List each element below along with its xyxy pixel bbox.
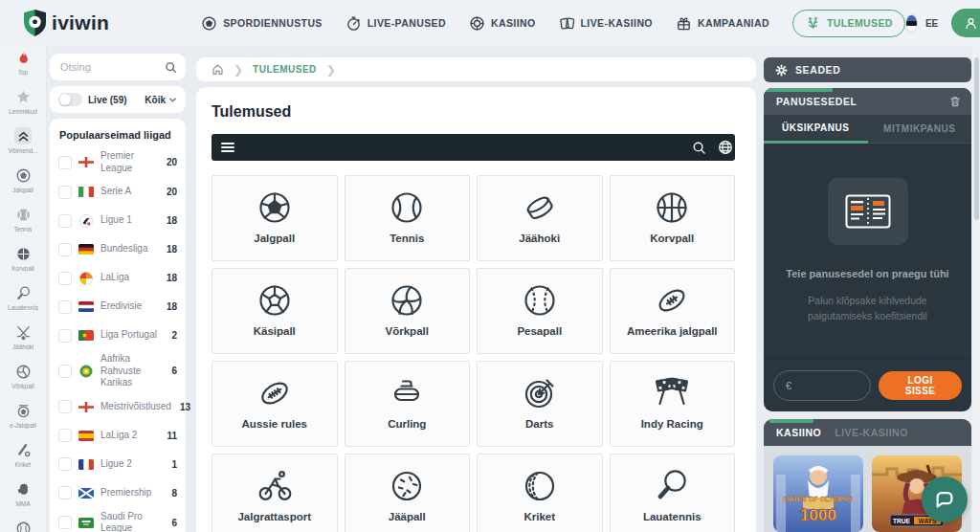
league-row[interactable]: Aafrika Rahvuste Karikas6: [58, 353, 177, 389]
svg-text:TRUE: TRUE: [893, 518, 911, 524]
sport-tile-vorkpall[interactable]: Võrkpall: [345, 268, 471, 354]
widget-menu-icon[interactable]: [221, 143, 234, 152]
sport-tile-darts[interactable]: Darts: [477, 361, 603, 447]
nav-item-kampaaniad[interactable]: KAMPAANIAD: [676, 15, 769, 32]
sport-tile-ratta[interactable]: Jalgrattasport: [212, 454, 338, 532]
league-checkbox[interactable]: [58, 457, 72, 471]
sport-tile-jaapall[interactable]: Jääpall: [345, 454, 471, 532]
search-input[interactable]: [58, 60, 165, 74]
breadcrumb-current[interactable]: TULEMUSED: [253, 64, 317, 75]
scrollbar-thumb[interactable]: [974, 57, 979, 220]
estonia-flag-icon[interactable]: [905, 14, 918, 33]
league-row[interactable]: Serie A20: [58, 181, 177, 203]
league-checkbox[interactable]: [58, 156, 72, 169]
sport-tile-jalgpall[interactable]: Jalgpall: [212, 175, 338, 261]
rail-item-pesapall[interactable]: Pesapall: [0, 517, 46, 532]
league-checkbox[interactable]: [58, 214, 72, 228]
rail-item-e-jalgpall[interactable]: e-Jalgpall: [0, 399, 46, 438]
casino-game-zeus-slot-art[interactable]: GATES OF OLYMPUS1000: [773, 455, 863, 532]
all-dropdown[interactable]: Kõik: [145, 95, 177, 105]
login-button[interactable]: LOGI SISSE: [951, 9, 980, 37]
sport-tile-kriket[interactable]: Kriket: [477, 454, 603, 532]
pesapall-icon: [521, 281, 559, 320]
rail-item-tennis[interactable]: Tennis: [0, 203, 46, 242]
league-row[interactable]: LaLiga18: [58, 267, 177, 289]
nav-item-kasiino[interactable]: KASIINO: [469, 15, 536, 32]
rail-item-mma[interactable]: MMA: [0, 477, 46, 517]
language-globe-icon[interactable]: [718, 140, 733, 155]
sport-tile-korvpall[interactable]: Korvpall: [610, 175, 736, 261]
betslip-empty-hint: Palun klõpsake kihlvedude paigutamiseks …: [787, 293, 949, 324]
tab-live-casino[interactable]: LIVE-KASIINO: [835, 427, 908, 438]
sport-tile-lauatennis[interactable]: Lauatennis: [610, 454, 736, 532]
rail-item-jalgpall[interactable]: Jalgpall: [0, 164, 46, 203]
search-icon[interactable]: [165, 61, 177, 74]
league-row[interactable]: Ligue 118: [58, 210, 177, 232]
rail-item-lemmikud[interactable]: Lemmikud: [0, 85, 46, 124]
sport-tile-kasipall[interactable]: Käsipall: [212, 268, 338, 354]
league-row[interactable]: Saudi Pro League6: [58, 511, 177, 532]
league-row[interactable]: Ligue 21: [58, 454, 177, 476]
chat-button[interactable]: [922, 477, 968, 522]
sport-tile-tennis[interactable]: Tennis: [345, 175, 471, 261]
playing-cards-icon: [559, 15, 575, 32]
stopwatch-icon: [345, 15, 362, 32]
league-checkbox[interactable]: [58, 272, 72, 285]
league-checkbox[interactable]: [58, 516, 72, 529]
rail-item-v-rkpall[interactable]: Võrkpall: [0, 360, 46, 399]
league-checkbox[interactable]: [58, 486, 72, 499]
league-row[interactable]: Eredivisie18: [58, 296, 177, 318]
nav-item-spordiennustus[interactable]: SPORDIENNUSTUS: [201, 15, 323, 32]
betslip-title: PANUSESEDEL: [776, 96, 858, 107]
league-row[interactable]: Premiership8: [58, 482, 177, 504]
league-row[interactable]: LaLiga 211: [58, 425, 177, 447]
nav-item-live-kasiino[interactable]: LIVE-KASIINO: [559, 15, 653, 32]
nav-item-tulemused[interactable]: TULEMUSED: [792, 10, 905, 37]
betslip-panel: PANUSESEDEL ÜKSIKPANUS MITMIKPANUS: [764, 88, 971, 411]
aussie-icon: [256, 374, 294, 412]
zeus-slot-art-icon: GATES OF OLYMPUS1000: [773, 455, 863, 532]
rail-item-lauatennis[interactable]: Lauatennis: [0, 281, 46, 321]
league-checkbox[interactable]: [58, 186, 72, 199]
settings-bar[interactable]: SEADED: [764, 57, 971, 82]
rail-item-v-imend-[interactable]: Võimend...: [0, 124, 46, 164]
widget-search-icon[interactable]: [692, 141, 706, 155]
home-icon[interactable]: [212, 63, 224, 76]
tab-casino[interactable]: KASIINO: [776, 427, 821, 438]
league-row[interactable]: Meistrivõistlused13: [58, 396, 177, 418]
sport-tile-aussie[interactable]: Aussie rules: [212, 361, 338, 447]
tab-multi-bet[interactable]: MITMIKPANUS: [868, 115, 972, 144]
sport-tile-pesapall[interactable]: Pesapall: [477, 268, 603, 354]
sport-tile-curling[interactable]: Curling: [345, 361, 471, 447]
trash-icon[interactable]: [948, 95, 962, 108]
rail-item-korvpall[interactable]: Korvpall: [0, 242, 46, 281]
live-toggle[interactable]: [58, 93, 82, 106]
brand-logo[interactable]: iviwin: [22, 9, 109, 37]
jaapall-icon: [388, 467, 426, 505]
nav-item-live-panused[interactable]: LIVE-PANUSED: [345, 15, 446, 32]
league-checkbox[interactable]: [58, 243, 72, 256]
league-checkbox[interactable]: [58, 329, 72, 343]
league-checkbox[interactable]: [58, 365, 72, 378]
sport-tile-indy[interactable]: Indy Racing: [610, 361, 736, 447]
league-row[interactable]: Liga Portugal2: [58, 324, 177, 346]
rail-item-j-hoki[interactable]: Jäähoki: [0, 321, 46, 360]
language-label[interactable]: EE: [925, 18, 938, 29]
sport-tile-jaahoki[interactable]: Jäähoki: [477, 175, 603, 261]
live-filter-box: Live (59) Kõik: [50, 86, 186, 113]
stake-input[interactable]: [797, 379, 858, 392]
league-checkbox[interactable]: [58, 400, 72, 413]
league-checkbox[interactable]: [58, 300, 72, 314]
league-row[interactable]: Premier League20: [58, 150, 177, 174]
flame-icon: [14, 49, 32, 66]
tab-single-bet[interactable]: ÜKSIKPANUS: [764, 115, 868, 144]
sport-tile-ameerika[interactable]: Ameerika jalgpall: [610, 268, 736, 354]
rail-item-kriket[interactable]: Kriket: [0, 438, 46, 477]
scrollbar-track[interactable]: [972, 46, 980, 532]
league-checkbox[interactable]: [58, 429, 72, 442]
betslip-empty-title: Teie panusesedel on praegu tühi: [786, 268, 948, 279]
rail-item-top[interactable]: Top: [0, 46, 46, 85]
league-row[interactable]: Bundesliga18: [58, 238, 177, 260]
leagues-title: Populaarseimad liigad: [59, 129, 177, 141]
betslip-login-button[interactable]: LOGI SISSE: [879, 371, 962, 400]
